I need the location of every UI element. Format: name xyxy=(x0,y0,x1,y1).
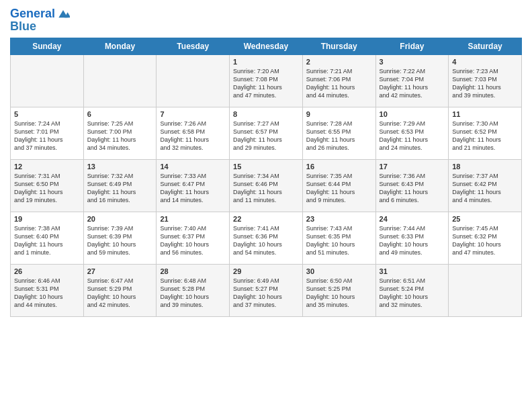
day-number: 15 xyxy=(233,163,299,171)
day-info: Sunrise: 7:29 AM Sunset: 6:53 PM Dayligh… xyxy=(380,120,445,152)
day-info: Sunrise: 7:35 AM Sunset: 6:44 PM Dayligh… xyxy=(306,172,372,205)
day-cell: 7Sunrise: 7:26 AM Sunset: 6:58 PM Daylig… xyxy=(157,107,230,160)
day-cell: 18Sunrise: 7:37 AM Sunset: 6:42 PM Dayli… xyxy=(449,160,522,212)
day-info: Sunrise: 7:36 AM Sunset: 6:43 PM Dayligh… xyxy=(380,172,445,205)
day-cell: 20Sunrise: 7:39 AM Sunset: 6:39 PM Dayli… xyxy=(83,212,157,265)
day-number: 28 xyxy=(160,267,226,275)
day-cell: 17Sunrise: 7:36 AM Sunset: 6:43 PM Dayli… xyxy=(375,160,449,212)
day-info: Sunrise: 6:47 AM Sunset: 5:29 PM Dayligh… xyxy=(87,277,153,310)
day-info: Sunrise: 7:25 AM Sunset: 7:00 PM Dayligh… xyxy=(87,120,153,152)
day-cell: 3Sunrise: 7:22 AM Sunset: 7:04 PM Daylig… xyxy=(375,55,449,107)
day-info: Sunrise: 7:40 AM Sunset: 6:37 PM Dayligh… xyxy=(160,224,226,257)
week-row-5: 26Sunrise: 6:46 AM Sunset: 5:31 PM Dayli… xyxy=(11,265,522,317)
day-number: 11 xyxy=(452,110,518,118)
day-cell: 21Sunrise: 7:40 AM Sunset: 6:37 PM Dayli… xyxy=(157,212,230,265)
day-cell: 29Sunrise: 6:49 AM Sunset: 5:27 PM Dayli… xyxy=(230,265,303,317)
day-cell xyxy=(157,55,230,107)
day-cell: 28Sunrise: 6:48 AM Sunset: 5:28 PM Dayli… xyxy=(157,265,230,317)
day-cell: 30Sunrise: 6:50 AM Sunset: 5:25 PM Dayli… xyxy=(302,265,375,317)
day-info: Sunrise: 6:49 AM Sunset: 5:27 PM Dayligh… xyxy=(233,277,299,310)
day-info: Sunrise: 7:24 AM Sunset: 7:01 PM Dayligh… xyxy=(14,120,80,152)
day-number: 23 xyxy=(306,215,372,223)
header-day-sunday: Sunday xyxy=(11,38,84,55)
day-info: Sunrise: 7:37 AM Sunset: 6:42 PM Dayligh… xyxy=(452,172,518,205)
week-row-3: 12Sunrise: 7:31 AM Sunset: 6:50 PM Dayli… xyxy=(11,160,522,212)
day-number: 27 xyxy=(87,267,153,275)
day-cell: 8Sunrise: 7:27 AM Sunset: 6:57 PM Daylig… xyxy=(230,107,303,160)
calendar-table: SundayMondayTuesdayWednesdayThursdayFrid… xyxy=(10,38,522,317)
day-number: 30 xyxy=(306,267,372,275)
day-cell: 4Sunrise: 7:23 AM Sunset: 7:03 PM Daylig… xyxy=(449,55,522,107)
day-info: Sunrise: 7:21 AM Sunset: 7:06 PM Dayligh… xyxy=(306,67,372,100)
day-cell: 11Sunrise: 7:30 AM Sunset: 6:52 PM Dayli… xyxy=(449,107,522,160)
day-info: Sunrise: 7:43 AM Sunset: 6:35 PM Dayligh… xyxy=(306,224,372,257)
day-info: Sunrise: 7:27 AM Sunset: 6:57 PM Dayligh… xyxy=(233,120,299,152)
day-info: Sunrise: 7:45 AM Sunset: 6:32 PM Dayligh… xyxy=(452,224,518,257)
day-number: 1 xyxy=(233,58,299,66)
day-number: 8 xyxy=(233,110,299,118)
day-info: Sunrise: 7:39 AM Sunset: 6:39 PM Dayligh… xyxy=(87,224,153,257)
day-info: Sunrise: 7:44 AM Sunset: 6:33 PM Dayligh… xyxy=(380,224,445,257)
day-info: Sunrise: 7:26 AM Sunset: 6:58 PM Dayligh… xyxy=(160,120,226,152)
day-number: 29 xyxy=(233,267,299,275)
day-cell: 15Sunrise: 7:34 AM Sunset: 6:46 PM Dayli… xyxy=(230,160,303,212)
day-cell xyxy=(11,55,84,107)
header-day-monday: Monday xyxy=(83,38,157,55)
day-number: 14 xyxy=(160,163,226,171)
day-cell: 2Sunrise: 7:21 AM Sunset: 7:06 PM Daylig… xyxy=(302,55,375,107)
day-cell: 12Sunrise: 7:31 AM Sunset: 6:50 PM Dayli… xyxy=(11,160,84,212)
day-info: Sunrise: 7:38 AM Sunset: 6:40 PM Dayligh… xyxy=(14,224,80,257)
day-info: Sunrise: 6:46 AM Sunset: 5:31 PM Dayligh… xyxy=(14,277,80,310)
day-number: 22 xyxy=(233,215,299,223)
day-cell: 16Sunrise: 7:35 AM Sunset: 6:44 PM Dayli… xyxy=(302,160,375,212)
day-cell: 6Sunrise: 7:25 AM Sunset: 7:00 PM Daylig… xyxy=(83,107,157,160)
day-cell: 19Sunrise: 7:38 AM Sunset: 6:40 PM Dayli… xyxy=(11,212,84,265)
day-number: 20 xyxy=(87,215,153,223)
week-row-1: 1Sunrise: 7:20 AM Sunset: 7:08 PM Daylig… xyxy=(11,55,522,107)
day-number: 18 xyxy=(452,163,518,171)
logo-text-line2: Blue xyxy=(10,20,70,32)
day-number: 10 xyxy=(380,110,445,118)
day-cell: 5Sunrise: 7:24 AM Sunset: 7:01 PM Daylig… xyxy=(11,107,84,160)
header-row: SundayMondayTuesdayWednesdayThursdayFrid… xyxy=(11,38,522,55)
page: General Blue SundayMondayTuesdayWednesda… xyxy=(0,0,532,411)
day-number: 26 xyxy=(14,267,80,275)
day-number: 5 xyxy=(14,110,80,118)
day-info: Sunrise: 7:34 AM Sunset: 6:46 PM Dayligh… xyxy=(233,172,299,205)
header-day-friday: Friday xyxy=(375,38,449,55)
day-cell: 22Sunrise: 7:41 AM Sunset: 6:36 PM Dayli… xyxy=(230,212,303,265)
day-cell: 23Sunrise: 7:43 AM Sunset: 6:35 PM Dayli… xyxy=(302,212,375,265)
day-number: 4 xyxy=(452,58,518,66)
day-info: Sunrise: 6:48 AM Sunset: 5:28 PM Dayligh… xyxy=(160,277,226,310)
week-row-4: 19Sunrise: 7:38 AM Sunset: 6:40 PM Dayli… xyxy=(11,212,522,265)
day-info: Sunrise: 7:41 AM Sunset: 6:36 PM Dayligh… xyxy=(233,224,299,257)
day-number: 12 xyxy=(14,163,80,171)
day-info: Sunrise: 7:23 AM Sunset: 7:03 PM Dayligh… xyxy=(452,67,518,100)
day-info: Sunrise: 7:30 AM Sunset: 6:52 PM Dayligh… xyxy=(452,120,518,152)
logo: General Blue xyxy=(10,7,70,32)
day-info: Sunrise: 6:51 AM Sunset: 5:24 PM Dayligh… xyxy=(380,277,445,310)
day-info: Sunrise: 7:20 AM Sunset: 7:08 PM Dayligh… xyxy=(233,67,299,100)
day-cell xyxy=(449,265,522,317)
day-info: Sunrise: 7:33 AM Sunset: 6:47 PM Dayligh… xyxy=(160,172,226,205)
header-day-saturday: Saturday xyxy=(449,38,522,55)
header: General Blue xyxy=(10,7,522,32)
day-cell: 14Sunrise: 7:33 AM Sunset: 6:47 PM Dayli… xyxy=(157,160,230,212)
logo-icon xyxy=(56,7,70,20)
day-cell: 25Sunrise: 7:45 AM Sunset: 6:32 PM Dayli… xyxy=(449,212,522,265)
day-info: Sunrise: 7:31 AM Sunset: 6:50 PM Dayligh… xyxy=(14,172,80,205)
day-number: 9 xyxy=(306,110,372,118)
header-day-thursday: Thursday xyxy=(302,38,375,55)
day-number: 17 xyxy=(380,163,445,171)
day-number: 25 xyxy=(452,215,518,223)
week-row-2: 5Sunrise: 7:24 AM Sunset: 7:01 PM Daylig… xyxy=(11,107,522,160)
day-cell xyxy=(83,55,157,107)
day-cell: 1Sunrise: 7:20 AM Sunset: 7:08 PM Daylig… xyxy=(230,55,303,107)
day-cell: 10Sunrise: 7:29 AM Sunset: 6:53 PM Dayli… xyxy=(375,107,449,160)
day-cell: 9Sunrise: 7:28 AM Sunset: 6:55 PM Daylig… xyxy=(302,107,375,160)
day-number: 3 xyxy=(380,58,445,66)
header-day-wednesday: Wednesday xyxy=(230,38,303,55)
day-info: Sunrise: 7:22 AM Sunset: 7:04 PM Dayligh… xyxy=(380,67,445,100)
header-day-tuesday: Tuesday xyxy=(157,38,230,55)
day-cell: 26Sunrise: 6:46 AM Sunset: 5:31 PM Dayli… xyxy=(11,265,84,317)
